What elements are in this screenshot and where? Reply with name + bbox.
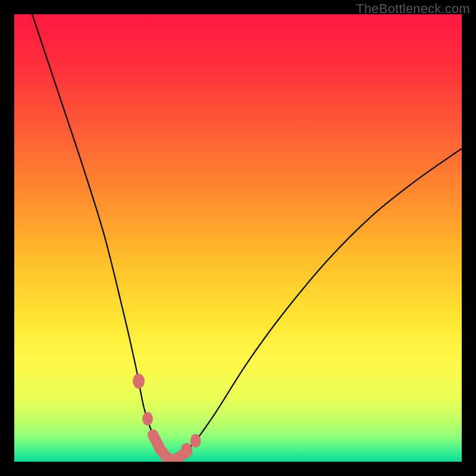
curve-marker-base — [153, 435, 181, 460]
curve-marker — [133, 374, 145, 389]
curve-marker — [142, 412, 153, 426]
chart-frame — [14, 14, 462, 462]
curve-marker — [190, 434, 201, 447]
watermark-text: TheBottleneck.com — [356, 1, 470, 17]
bottleneck-curve — [14, 14, 462, 462]
